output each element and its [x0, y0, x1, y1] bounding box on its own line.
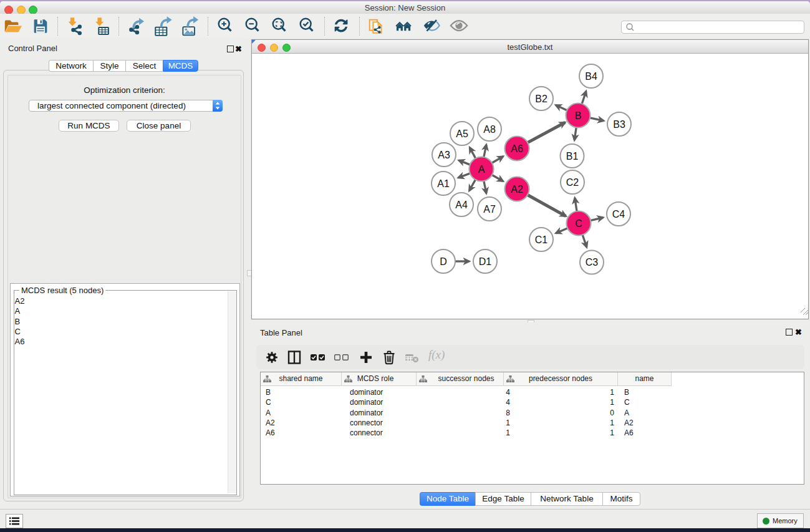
svg-text:C3: C3	[586, 257, 599, 268]
svg-text:B1: B1	[566, 151, 579, 162]
svg-text:A3: A3	[438, 150, 450, 160]
svg-text:A: A	[478, 164, 485, 175]
svg-text:A7: A7	[483, 204, 496, 215]
svg-text:C2: C2	[566, 177, 579, 188]
svg-text:B: B	[575, 110, 582, 121]
svg-text:B2: B2	[535, 94, 547, 104]
svg-text:A4: A4	[455, 200, 468, 210]
svg-text:D1: D1	[479, 256, 492, 267]
svg-text:C4: C4	[612, 209, 625, 220]
svg-text:B4: B4	[585, 71, 597, 82]
svg-text:A2: A2	[511, 184, 523, 195]
svg-text:A1: A1	[437, 178, 450, 189]
svg-text:A5: A5	[456, 128, 468, 139]
svg-text:C1: C1	[535, 235, 548, 245]
svg-text:C: C	[575, 218, 582, 229]
svg-text:A6: A6	[511, 143, 523, 154]
svg-text:D: D	[440, 256, 447, 267]
svg-text:A8: A8	[483, 124, 496, 135]
svg-text:B3: B3	[613, 119, 625, 130]
